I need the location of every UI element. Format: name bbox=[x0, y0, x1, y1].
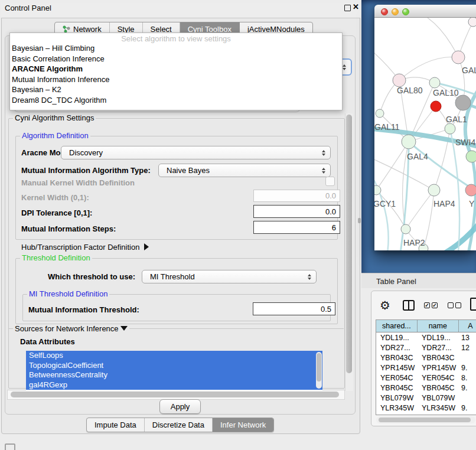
table-row[interactable]: YBR043CYBR043C bbox=[376, 353, 476, 363]
column-header[interactable]: A bbox=[459, 320, 476, 332]
network-node[interactable] bbox=[401, 224, 410, 234]
table-cell: 12 bbox=[459, 344, 476, 352]
apply-button[interactable]: Apply bbox=[159, 399, 201, 414]
data-attributes-list[interactable]: SelfLoopsTopologicalCoefficientBetweenne… bbox=[26, 351, 322, 390]
splitter-handle[interactable] bbox=[358, 218, 361, 223]
table-row[interactable]: YDL19...YDL19...13 bbox=[376, 332, 476, 343]
checked-checkbox-icon[interactable]: ✓ bbox=[432, 302, 438, 308]
network-node[interactable] bbox=[429, 77, 440, 88]
table-row[interactable]: YIL052CYIL052C9. bbox=[376, 413, 476, 415]
network-edge[interactable] bbox=[399, 57, 458, 80]
node-table: shared...nameA YDL19...YDL19...13YDR27..… bbox=[376, 319, 476, 415]
zoom-traffic-light-icon[interactable] bbox=[402, 8, 409, 15]
network-node[interactable] bbox=[468, 18, 476, 27]
table-cell: 9. bbox=[459, 414, 476, 416]
algorithm-option[interactable]: Mutual Information Inference bbox=[10, 74, 342, 85]
kernel-width-input[interactable]: 0.0 bbox=[253, 190, 340, 202]
algorithm-option[interactable]: Bayesian – K2 bbox=[10, 84, 342, 95]
hub-definition-toggle[interactable]: Hub/Transcription Factor Definition bbox=[21, 243, 149, 252]
float-window-icon[interactable] bbox=[344, 5, 351, 11]
network-node[interactable] bbox=[466, 151, 476, 162]
algorithm-option[interactable]: Basic Correlation Inference bbox=[10, 54, 342, 64]
minimize-traffic-light-icon[interactable] bbox=[392, 8, 399, 15]
tab-discretize-data[interactable]: Discretize Data bbox=[145, 418, 213, 432]
table-cell: YBR045C bbox=[376, 384, 418, 392]
data-attribute-item[interactable]: BetweennessCentrality bbox=[26, 370, 322, 380]
network-edge[interactable] bbox=[423, 190, 434, 249]
algorithm-option[interactable]: ARACNE Algorithm bbox=[10, 64, 342, 74]
data-attribute-item[interactable]: TopologicalCoefficient bbox=[26, 361, 322, 371]
network-node[interactable] bbox=[445, 123, 455, 134]
network-node[interactable] bbox=[428, 184, 440, 196]
mi-threshold-input[interactable]: 0.5 bbox=[253, 302, 335, 315]
table-cell: YIL052C bbox=[418, 414, 459, 416]
network-node[interactable] bbox=[431, 101, 441, 112]
network-node[interactable] bbox=[374, 185, 381, 195]
unchecked-checkbox-icon[interactable] bbox=[455, 302, 461, 308]
table-cell: YBR045C bbox=[418, 384, 459, 392]
table-cell: YER054C bbox=[376, 374, 418, 382]
control-panel-titlebar bbox=[1, 3, 360, 18]
sources-title[interactable]: Sources for Network Inference bbox=[13, 324, 129, 333]
data-attribute-item[interactable]: SelfLoops bbox=[26, 351, 322, 361]
table-horizontal-scrollbar-thumb[interactable] bbox=[379, 418, 471, 422]
mi-algorithm-type-combo[interactable]: Naive Bayes bbox=[158, 164, 331, 177]
network-node[interactable] bbox=[402, 135, 416, 149]
algorithm-option-list: Bayesian – Hill ClimbingBasic Correlatio… bbox=[10, 43, 342, 105]
network-node-label: HAP4 bbox=[433, 199, 455, 208]
table-cell: 8. bbox=[459, 374, 476, 382]
settings-group-title: Cyni Algorithm Settings bbox=[13, 113, 96, 122]
table-cell: 9. bbox=[459, 384, 476, 392]
table-row[interactable]: YBL079WYBL079W bbox=[376, 393, 476, 403]
settings-horizontal-scrollbar-thumb[interactable] bbox=[11, 392, 339, 397]
table-panel-titlebar: Table Panel bbox=[361, 273, 476, 288]
column-header[interactable]: shared... bbox=[376, 320, 418, 332]
mi-steps-input[interactable]: 6 bbox=[253, 221, 340, 234]
which-threshold-combo[interactable]: MI Threshold bbox=[142, 270, 317, 283]
network-node[interactable] bbox=[393, 74, 406, 87]
tab-infer-network[interactable]: Infer Network bbox=[213, 418, 273, 432]
network-node-label: GAL bbox=[462, 66, 476, 75]
network-node[interactable] bbox=[452, 51, 465, 64]
network-window-titlebar[interactable] bbox=[374, 5, 476, 18]
table-cell: YLR345W bbox=[418, 404, 459, 412]
algorithm-definition-title: Algorithm Definition bbox=[20, 131, 90, 140]
table-cell: YDL19... bbox=[418, 334, 459, 342]
data-attribute-item[interactable]: gal4RGexp bbox=[26, 380, 322, 390]
network-edge[interactable] bbox=[409, 142, 476, 193]
network-node-label: HAP2 bbox=[403, 238, 425, 247]
manual-kernel-width-checkbox[interactable] bbox=[325, 177, 335, 186]
columns-icon[interactable] bbox=[403, 300, 415, 311]
table-cell: 9. bbox=[459, 364, 476, 372]
attributes-scrollbar-thumb[interactable] bbox=[317, 353, 321, 381]
unchecked-checkbox-icon[interactable] bbox=[448, 302, 454, 308]
gear-icon[interactable]: ⚙ bbox=[380, 298, 390, 312]
checked-checkbox-icon[interactable]: ✓ bbox=[424, 302, 430, 308]
table-row[interactable]: YBR045CYBR045C9. bbox=[376, 383, 476, 393]
table-cell: YER054C bbox=[418, 374, 459, 382]
network-node[interactable] bbox=[376, 109, 384, 118]
algorithm-option[interactable]: Dream8 DC_TDC Algorithm bbox=[10, 95, 342, 106]
column-header[interactable]: name bbox=[418, 320, 459, 332]
settings-vertical-scrollbar-thumb[interactable] bbox=[346, 115, 352, 373]
network-node-label: GAL4 bbox=[407, 152, 428, 161]
network-node[interactable] bbox=[465, 184, 476, 196]
network-canvas[interactable]: GALGAL80GAL10GAL1GAL11SWI4GAL4GCY1HAP4YH… bbox=[374, 18, 476, 250]
close-traffic-light-icon[interactable] bbox=[381, 8, 388, 15]
table-row[interactable]: YER054CYER054C8. bbox=[376, 373, 476, 383]
network-edge[interactable] bbox=[376, 142, 409, 190]
tab-impute-data[interactable]: Impute Data bbox=[87, 418, 145, 432]
document-icon[interactable] bbox=[470, 298, 476, 311]
algorithm-option[interactable]: Bayesian – Hill Climbing bbox=[10, 43, 342, 54]
dock-grip-icon[interactable] bbox=[5, 444, 15, 450]
table-row[interactable]: YDR27...YDR27...12 bbox=[376, 343, 476, 353]
dpi-tolerance-input[interactable]: 0.0 bbox=[253, 205, 340, 218]
network-edge[interactable] bbox=[374, 158, 434, 190]
table-row[interactable]: YPR145WYPR145W9. bbox=[376, 363, 476, 373]
network-edge[interactable] bbox=[428, 18, 458, 57]
close-icon[interactable]: ✕ bbox=[353, 2, 359, 11]
aracne-mode-combo[interactable]: Discovery bbox=[61, 146, 331, 159]
table-cell: YBL079W bbox=[376, 394, 418, 402]
table-row[interactable]: YLR345WYLR345W9. bbox=[376, 403, 476, 413]
mi-threshold-label: Mutual Information Threshold: bbox=[28, 305, 139, 314]
